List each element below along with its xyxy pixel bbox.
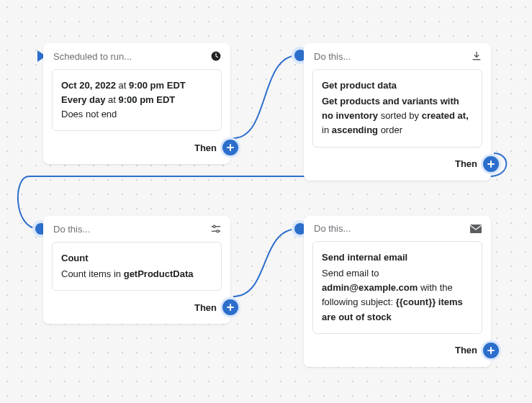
card-footer: Then (304, 156, 491, 181)
card-footer: Then (43, 299, 230, 324)
add-step-button[interactable] (483, 343, 499, 358)
workflow-card-count[interactable]: Do this... Count Count items in getProdu… (43, 216, 230, 324)
workflow-card-trigger[interactable]: Scheduled to run... Oct 20, 2022 at 9:00… (43, 43, 230, 164)
svg-point-1 (213, 225, 215, 227)
card-body: Send internal email Send email to admin@… (312, 241, 482, 334)
workflow-card-product[interactable]: Do this... Get product data Get products… (304, 43, 491, 181)
then-label: Then (194, 142, 217, 153)
card-header: Do this... (43, 216, 230, 242)
mail-icon (469, 224, 482, 234)
card-header: Do this... (304, 43, 491, 69)
svg-point-2 (217, 230, 219, 232)
workflow-card-email[interactable]: Do this... Send internal email Send emai… (304, 216, 491, 367)
card-header-label: Do this... (314, 223, 351, 234)
add-step-button[interactable] (222, 140, 238, 155)
download-icon (471, 50, 482, 62)
card-body: Oct 20, 2022 at 9:00 pm EDT Every day at… (52, 69, 222, 131)
card-header: Do this... (304, 216, 491, 241)
card-header-label: Do this... (53, 224, 90, 235)
card-footer: Then (304, 343, 491, 367)
card-header-label: Scheduled to run... (53, 51, 132, 62)
add-step-button[interactable] (483, 156, 499, 172)
then-label: Then (194, 302, 217, 313)
card-header-label: Do this... (314, 51, 351, 62)
card-body: Get product data Get products and varian… (312, 69, 482, 148)
then-label: Then (455, 158, 477, 169)
clock-icon (210, 50, 222, 62)
card-body: Count Count items in getProductData (52, 242, 222, 291)
adjust-icon (210, 223, 222, 235)
svg-rect-3 (470, 225, 482, 233)
card-header: Scheduled to run... (43, 43, 230, 69)
add-step-button[interactable] (222, 299, 238, 315)
card-footer: Then (43, 140, 230, 164)
then-label: Then (455, 345, 477, 356)
